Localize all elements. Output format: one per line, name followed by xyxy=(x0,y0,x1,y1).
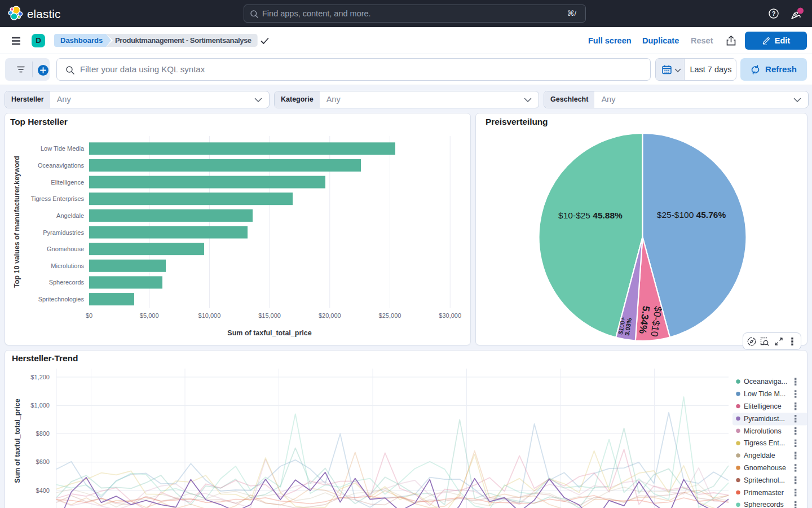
svg-text:Low Tide Media: Low Tide Media xyxy=(41,145,85,152)
svg-text:Sum of taxful_total_price: Sum of taxful_total_price xyxy=(227,329,311,337)
svg-text:Sum of taxful_total_price: Sum of taxful_total_price xyxy=(14,398,21,483)
svg-text:$10-$25 45.88%: $10-$25 45.88% xyxy=(558,211,623,220)
svg-text:$400: $400 xyxy=(36,487,50,494)
svg-text:Low Tide M...: Low Tide M... xyxy=(744,390,785,398)
svg-text:$20,000: $20,000 xyxy=(319,312,341,319)
svg-text:Gnomehouse: Gnomehouse xyxy=(744,464,786,472)
svg-text:$5,000: $5,000 xyxy=(140,312,159,319)
svg-text:$0: $0 xyxy=(86,312,92,319)
svg-text:Microlutions: Microlutions xyxy=(744,427,782,435)
svg-text:$25-$100 45.76%: $25-$100 45.76% xyxy=(657,210,726,220)
svg-text:$15,000: $15,000 xyxy=(258,312,281,319)
svg-text:Spritechnol...: Spritechnol... xyxy=(744,476,785,484)
svg-text:Pyramidust...: Pyramidust... xyxy=(744,415,785,423)
svg-text:Top 10 values of manufacturer.: Top 10 values of manufacturer.keyword xyxy=(13,156,21,288)
svg-text:$800: $800 xyxy=(36,430,50,437)
svg-text:Pyramidustries: Pyramidustries xyxy=(43,229,84,236)
svg-text:$10,000: $10,000 xyxy=(198,312,221,319)
svg-text:Elitelligence: Elitelligence xyxy=(744,402,782,410)
svg-text:Angeldale: Angeldale xyxy=(56,212,84,219)
svg-text:Elitelligence: Elitelligence xyxy=(51,179,84,186)
svg-text:Tigress Enterprises: Tigress Enterprises xyxy=(31,195,85,202)
svg-text:Microlutions: Microlutions xyxy=(51,262,84,269)
svg-text:$1,200: $1,200 xyxy=(30,374,50,380)
svg-text:Tigress Ent...: Tigress Ent... xyxy=(744,439,785,447)
svg-text:$600: $600 xyxy=(36,458,50,465)
svg-text:$25,000: $25,000 xyxy=(379,312,401,319)
svg-text:?: ? xyxy=(772,10,776,17)
svg-text:Angeldale: Angeldale xyxy=(744,452,775,459)
svg-text:$30,000: $30,000 xyxy=(439,312,461,319)
svg-text:Gnomehouse: Gnomehouse xyxy=(47,246,84,252)
svg-text:Spherecords: Spherecords xyxy=(49,279,85,286)
svg-text:Oceanaviga...: Oceanaviga... xyxy=(744,378,787,386)
svg-text:Primemaster: Primemaster xyxy=(744,489,784,497)
svg-text:$1,000: $1,000 xyxy=(30,402,50,409)
svg-text:Spherecords: Spherecords xyxy=(744,501,784,508)
svg-text:Spritechnologies: Spritechnologies xyxy=(38,296,85,303)
svg-text:Oceanavigations: Oceanavigations xyxy=(38,162,84,169)
